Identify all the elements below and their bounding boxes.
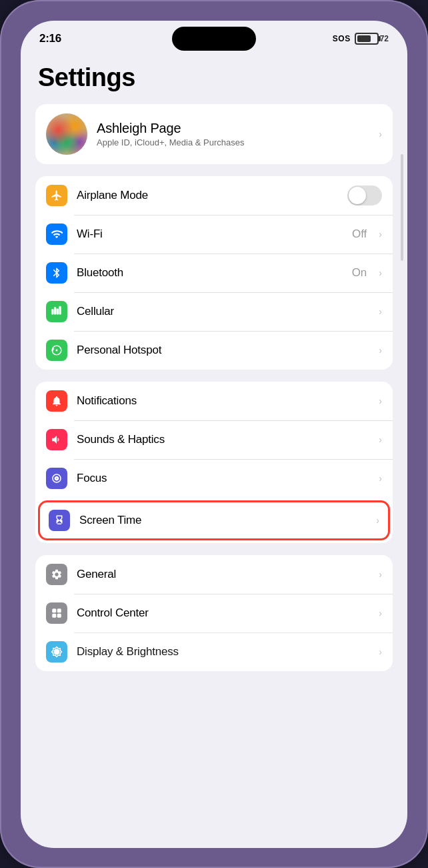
cellular-chevron: › (379, 306, 382, 317)
display-brightness-label: Display & Brightness (77, 645, 369, 659)
screen-time-icon (49, 510, 70, 531)
battery-indicator: 72 (355, 33, 389, 45)
bluetooth-chevron: › (379, 268, 382, 278)
phone-screen: 2:16 SOS 72 Settings (21, 21, 407, 848)
profile-card: Ashleigh Page Apple ID, iCloud+, Media &… (35, 104, 393, 164)
wifi-chevron: › (379, 229, 382, 240)
bluetooth-row[interactable]: Bluetooth On › (35, 254, 393, 292)
cellular-icon (46, 301, 67, 322)
wifi-icon (46, 224, 67, 245)
control-center-icon (46, 602, 67, 624)
sos-badge: SOS (333, 34, 351, 43)
wifi-label: Wi-Fi (77, 228, 343, 241)
screen-time-chevron: › (376, 515, 379, 526)
sounds-haptics-icon (46, 429, 67, 450)
screen-time-highlight-wrapper: Screen Time › (38, 500, 390, 540)
personal-hotspot-chevron: › (379, 345, 382, 356)
scroll-indicator (401, 154, 403, 261)
svg-rect-3 (57, 613, 61, 617)
cellular-label: Cellular (77, 305, 369, 318)
sounds-haptics-chevron: › (379, 434, 382, 445)
profile-row[interactable]: Ashleigh Page Apple ID, iCloud+, Media &… (35, 104, 393, 164)
notifications-row[interactable]: Notifications › (35, 382, 393, 420)
notifications-label: Notifications (77, 394, 369, 408)
cellular-row[interactable]: Cellular › (35, 292, 393, 331)
scroll-content: Settings Ashleigh Page Apple ID, iCloud+… (21, 57, 407, 848)
profile-info: Ashleigh Page Apple ID, iCloud+, Media &… (97, 121, 369, 147)
svg-rect-2 (52, 613, 56, 617)
svg-rect-0 (52, 608, 56, 612)
toggle-knob (349, 187, 366, 204)
status-right: SOS 72 (333, 33, 389, 45)
general-group: General › Control Center › (35, 555, 393, 671)
avatar-image (46, 113, 87, 155)
display-brightness-row[interactable]: Display & Brightness › (35, 632, 393, 671)
display-brightness-icon (46, 641, 67, 663)
status-time: 2:16 (39, 32, 61, 45)
personal-hotspot-label: Personal Hotspot (77, 344, 369, 357)
profile-subtitle: Apple ID, iCloud+, Media & Purchases (97, 137, 369, 147)
profile-name: Ashleigh Page (97, 121, 369, 136)
notifications-chevron: › (379, 396, 382, 406)
general-row[interactable]: General › (35, 555, 393, 594)
general-label: General (77, 568, 369, 581)
sounds-haptics-row[interactable]: Sounds & Haptics › (35, 420, 393, 459)
battery-percentage: 72 (380, 34, 389, 43)
status-bar: 2:16 SOS 72 (21, 21, 407, 57)
notifications-group: Notifications › Sounds & Haptics › (35, 382, 393, 543)
airplane-mode-toggle[interactable] (347, 185, 382, 205)
phone-frame: 2:16 SOS 72 Settings (0, 0, 428, 868)
focus-label: Focus (77, 472, 369, 485)
avatar (46, 113, 87, 155)
sounds-haptics-label: Sounds & Haptics (77, 433, 369, 446)
bluetooth-icon (46, 262, 67, 284)
control-center-label: Control Center (77, 606, 369, 620)
focus-row[interactable]: Focus › (35, 459, 393, 498)
general-icon (46, 564, 67, 585)
dynamic-island (172, 27, 256, 51)
svg-rect-1 (57, 608, 61, 612)
battery-fill (357, 35, 371, 42)
control-center-chevron: › (379, 608, 382, 618)
wifi-value: Off (352, 228, 367, 241)
profile-chevron: › (379, 129, 382, 139)
display-brightness-chevron: › (379, 646, 382, 657)
wifi-row[interactable]: Wi-Fi Off › (35, 215, 393, 254)
page-title: Settings (35, 63, 393, 92)
notifications-icon (46, 390, 67, 412)
general-chevron: › (379, 569, 382, 580)
airplane-mode-icon (46, 185, 67, 206)
focus-icon (46, 468, 67, 489)
battery-box (355, 33, 379, 45)
control-center-row[interactable]: Control Center › (35, 594, 393, 632)
screen-time-label: Screen Time (79, 514, 367, 527)
personal-hotspot-icon (46, 340, 67, 361)
bluetooth-value: On (352, 266, 367, 280)
airplane-mode-label: Airplane Mode (77, 189, 338, 202)
focus-chevron: › (379, 473, 382, 484)
connectivity-group: Airplane Mode Wi-Fi Off › (35, 176, 393, 370)
airplane-mode-row[interactable]: Airplane Mode (35, 176, 393, 215)
personal-hotspot-row[interactable]: Personal Hotspot › (35, 331, 393, 370)
screen-time-row[interactable]: Screen Time › (40, 502, 388, 538)
bluetooth-label: Bluetooth (77, 266, 343, 280)
